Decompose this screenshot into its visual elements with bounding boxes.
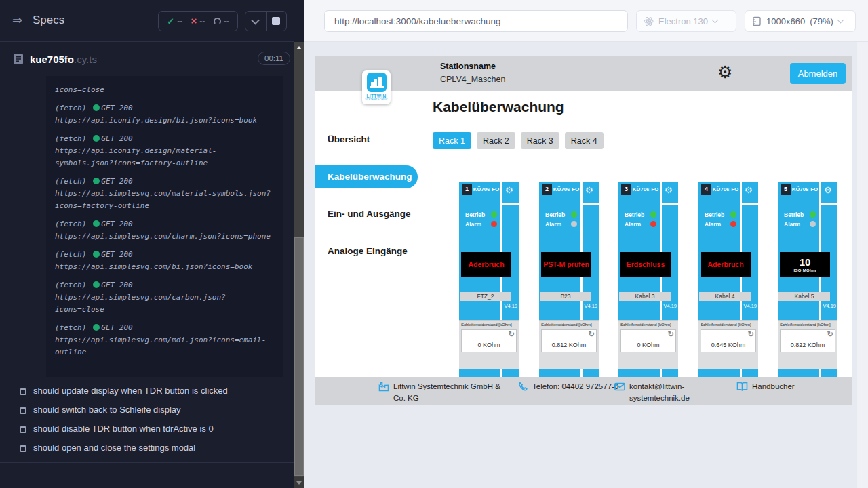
sidebar-item-0[interactable]: Übersicht — [315, 128, 418, 151]
runner-scrollbar[interactable] — [294, 42, 304, 488]
module-settings-gear-icon[interactable]: ⚙ — [824, 185, 832, 195]
rack-tab-2[interactable]: Rack 2 — [477, 132, 515, 149]
stop-button[interactable] — [266, 12, 287, 30]
fetch-prefix: (fetch) — [55, 134, 86, 143]
module-settings-gear-icon[interactable]: ⚙ — [505, 185, 513, 195]
collapse-button[interactable] — [245, 12, 266, 30]
fetch-prefix: (fetch) — [55, 104, 86, 113]
loop-resistance-label: Schleifenwiderstand [kOhm] — [541, 323, 592, 327]
log-entry-head: (fetch)GET 200 — [55, 218, 274, 230]
module-settings-gear-icon[interactable]: ⚙ — [665, 185, 673, 195]
measurement-panel: Schleifenwiderstand [kOhm]↻0 KOhm — [618, 320, 678, 369]
logout-button[interactable]: Abmelden — [790, 63, 846, 84]
scrollbar-thumb[interactable] — [294, 237, 304, 476]
log-entry-head: (fetch)GET 200 — [55, 102, 274, 115]
runner-header: ⇒ Specs ✓ -- × -- -- — [0, 0, 294, 42]
status-ok-dot — [93, 178, 100, 184]
betrieb-led — [730, 211, 736, 218]
status-ok-dot — [93, 104, 100, 111]
viewport-size-select[interactable]: 1000x660 (79%) — [745, 10, 856, 32]
phone-icon — [518, 382, 528, 394]
request-url: https://api.simplesvg.com/carbon.json?ic… — [55, 291, 274, 316]
log-entry: (fetch)GET 200https://api.simplesvg.com/… — [55, 279, 274, 316]
module-settings-gear-icon[interactable]: ⚙ — [585, 185, 593, 195]
test-title: should disable TDR button when tdrActive… — [33, 424, 214, 434]
scroll-up-arrow[interactable] — [294, 42, 304, 53]
spec-file-name: kue705fo.cy.ts — [30, 54, 97, 65]
cable-module-card: 4KÜ706-FO⚙BetriebAlarmAderbruchKabel 4V4… — [698, 182, 758, 380]
scroll-down-arrow[interactable] — [294, 477, 304, 488]
measurement-panel: Schleifenwiderstand [kOhm]↻0.645 KOhm — [698, 320, 758, 369]
loop-resistance-label: Schleifenwiderstand [kOhm] — [701, 323, 751, 327]
log-entry: (fetch)GET 200https://api.simplesvg.com/… — [55, 322, 274, 359]
network-log-box: icons=close (fetch)GET 200https://api.ic… — [46, 76, 283, 377]
test-item[interactable]: should disable TDR button when tdrActive… — [0, 422, 294, 441]
refresh-icon[interactable]: ↻ — [748, 330, 754, 339]
betrieb-led-row: Betrieb — [545, 211, 579, 218]
footer-item-book[interactable]: Handbücher — [736, 381, 795, 394]
alarm-led-row: Alarm — [465, 221, 499, 228]
alarm-led-row: Alarm — [545, 221, 579, 228]
url-input[interactable] — [324, 10, 628, 32]
log-entry: (fetch)GET 200https://api.iconify.design… — [55, 102, 274, 127]
refresh-icon[interactable]: ↻ — [668, 330, 674, 339]
module-settings-gear-icon[interactable]: ⚙ — [745, 185, 753, 195]
specs-list-icon[interactable]: ⇒ — [12, 13, 22, 28]
app-footer: Littwin Systemtechnik GmbH & Co. KGTelef… — [315, 377, 852, 405]
status-ok-dot — [93, 220, 100, 227]
request-url: https://api.simplesvg.com/charm.json?ico… — [55, 230, 274, 243]
rack-tab-1[interactable]: Rack 1 — [433, 132, 471, 149]
cable-name-label: B23 — [540, 292, 591, 301]
failed-icon: × — [191, 18, 197, 24]
test-item[interactable]: should open and close the settings modal — [0, 441, 294, 460]
spec-file-row[interactable]: kue705fo.cy.ts 00:11 — [0, 49, 294, 72]
test-item[interactable]: should update display when TDR button is… — [0, 384, 294, 403]
test-title: should update display when TDR button is… — [33, 386, 228, 396]
refresh-icon[interactable]: ↻ — [509, 330, 515, 339]
module-model-label: KÜ706-FO — [711, 186, 740, 192]
alarm-led — [730, 221, 736, 227]
status-ok-dot — [93, 324, 100, 331]
betrieb-led — [810, 211, 816, 218]
sidebar-item-2[interactable]: Ein- und Ausgänge — [315, 203, 418, 226]
test-stats: ✓ -- × -- -- — [158, 11, 238, 31]
sidebar-item-3[interactable]: Analoge Eingänge — [315, 240, 418, 263]
module-number-badge: 2 — [542, 184, 552, 195]
rack-tab-4[interactable]: Rack 4 — [565, 132, 604, 149]
browser-select[interactable]: Electron 130 — [636, 10, 736, 32]
test-list: should update display when TDR button is… — [0, 384, 294, 460]
alarm-led — [571, 221, 577, 227]
triangle-up-icon — [296, 46, 302, 49]
app-sidebar: ÜbersichtKabelüberwachungEin- und Ausgän… — [315, 92, 418, 405]
status-ok-dot — [93, 251, 100, 258]
display-alarm-text: Erdschluss — [627, 260, 665, 268]
refresh-icon[interactable]: ↻ — [589, 330, 595, 339]
betrieb-led-row: Betrieb — [465, 211, 499, 218]
card-divider — [502, 203, 519, 205]
loop-resistance-box: ↻0.645 KOhm — [701, 329, 756, 352]
status-ok-dot — [93, 135, 100, 142]
settings-gear-icon[interactable]: ⚙ — [717, 62, 732, 82]
module-display: Erdschluss — [620, 252, 671, 277]
betrieb-label: Betrieb — [545, 211, 565, 218]
logo-subtitle: SYSTEMTECHNIK — [362, 98, 391, 101]
station-label: Stationsname — [440, 62, 496, 71]
module-model-label: KÜ706-FO — [472, 186, 500, 192]
loop-resistance-box: ↻0 KOhm — [620, 329, 676, 352]
rack-tab-3[interactable]: Rack 3 — [521, 132, 559, 149]
betrieb-label: Betrieb — [705, 211, 724, 218]
fetch-prefix: (fetch) — [55, 220, 86, 228]
loop-resistance-label: Schleifenwiderstand [kOhm] — [461, 323, 512, 327]
test-item[interactable]: should switch back to Schleife display — [0, 403, 294, 422]
stat-passed: ✓ -- — [167, 16, 182, 26]
refresh-icon[interactable]: ↻ — [827, 330, 833, 339]
sidebar-item-1[interactable]: Kabelüberwachung — [315, 165, 418, 188]
betrieb-label: Betrieb — [625, 211, 644, 218]
alarm-led — [650, 221, 656, 227]
cable-module-card: 5KÜ706-FO⚙BetriebAlarm10ISO MOhmKabel 5V… — [778, 182, 837, 380]
runner-actions — [245, 11, 287, 31]
littwin-logo-icon — [367, 73, 387, 92]
display-value: 10 — [800, 257, 811, 267]
alarm-led — [810, 221, 816, 227]
alarm-label: Alarm — [545, 221, 561, 228]
